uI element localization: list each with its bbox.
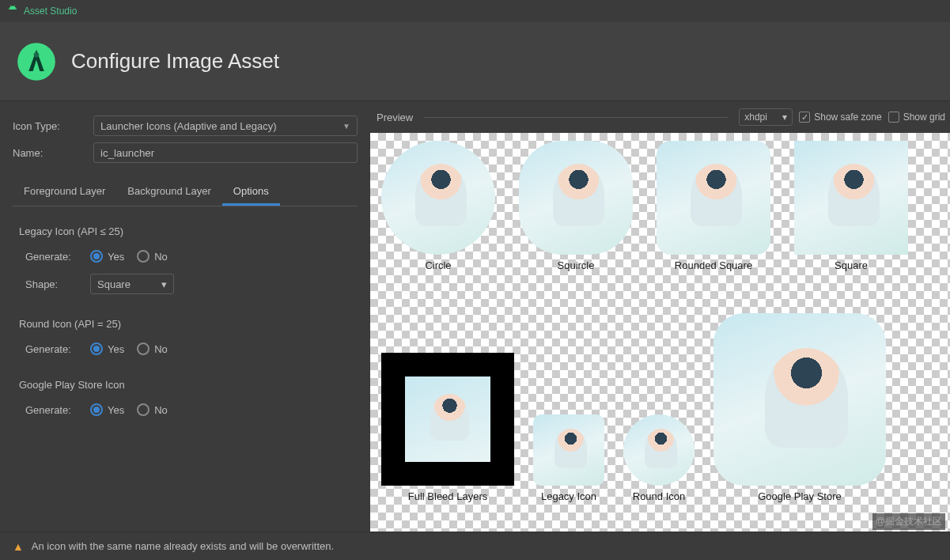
svg-point-0 <box>17 43 55 81</box>
page-header: Configure Image Asset <box>0 22 950 101</box>
tab-background[interactable]: Background Layer <box>116 179 222 206</box>
android-icon <box>6 5 19 17</box>
page-title: Configure Image Asset <box>71 49 279 74</box>
check-icon <box>799 112 810 123</box>
density-select[interactable]: xhdpi ▾ <box>739 108 793 126</box>
tab-foreground[interactable]: Foreground Layer <box>13 179 116 206</box>
gplay-generate-yes[interactable]: Yes <box>90 403 124 416</box>
preview-squircle: Squircle <box>519 141 633 271</box>
preview-label: Preview <box>377 112 413 123</box>
gplay-section-title: Google Play Store Icon <box>19 379 358 391</box>
preview-round: Round Icon <box>623 414 695 502</box>
round-generate-no[interactable]: No <box>137 342 168 355</box>
preview-full-bleed: Full Bleed Layers <box>381 353 514 502</box>
preview-legacy: Legacy Icon <box>533 414 604 502</box>
chevron-down-icon: ▼ <box>343 122 350 131</box>
shape-select[interactable]: Square ▾ <box>90 274 174 294</box>
round-section-title: Round Icon (API = 25) <box>19 318 358 330</box>
preview-panel: Preview xhdpi ▾ Show safe zone Show grid… <box>370 101 950 532</box>
icon-type-label: Icon Type: <box>13 120 85 132</box>
show-safe-zone-checkbox[interactable]: Show safe zone <box>799 112 881 123</box>
round-generate-yes[interactable]: Yes <box>90 342 124 355</box>
preview-circle: Circle <box>381 141 495 271</box>
gplay-generate-no[interactable]: No <box>137 403 168 416</box>
preview-square: Square <box>794 141 908 271</box>
footer-bar: ▲ An icon with the same name already exi… <box>0 532 950 560</box>
window-title: Asset Studio <box>24 6 77 17</box>
icon-type-select[interactable]: Launcher Icons (Adaptive and Legacy) ▼ <box>93 115 358 136</box>
title-bar: Asset Studio <box>0 0 950 22</box>
layer-tabs: Foreground Layer Background Layer Option… <box>13 179 358 206</box>
warning-icon: ▲ <box>13 540 24 553</box>
chevron-down-icon: ▾ <box>782 112 787 123</box>
legacy-section-title: Legacy Icon (API ≤ 25) <box>19 225 358 237</box>
svg-point-1 <box>34 52 40 58</box>
config-panel: Icon Type: Launcher Icons (Adaptive and … <box>0 101 370 532</box>
name-label: Name: <box>13 147 85 159</box>
legacy-generate-yes[interactable]: Yes <box>90 250 124 263</box>
show-grid-checkbox[interactable]: Show grid <box>888 112 945 123</box>
legacy-generate-label: Generate: <box>25 251 85 263</box>
gplay-generate-label: Generate: <box>25 404 85 416</box>
tab-options[interactable]: Options <box>222 179 280 206</box>
shape-label: Shape: <box>25 278 85 290</box>
chevron-down-icon: ▾ <box>161 278 167 290</box>
preview-google-play: Google Play Store <box>713 313 886 502</box>
footer-warning: An icon with the same name already exist… <box>32 540 334 552</box>
round-generate-label: Generate: <box>25 343 85 355</box>
preview-canvas[interactable]: Circle Squircle Rounded Square Square Fu… <box>370 133 950 532</box>
legacy-generate-no[interactable]: No <box>137 250 168 263</box>
asset-studio-icon <box>16 41 57 82</box>
name-input[interactable] <box>93 142 358 163</box>
preview-rounded-square: Rounded Square <box>657 141 770 271</box>
